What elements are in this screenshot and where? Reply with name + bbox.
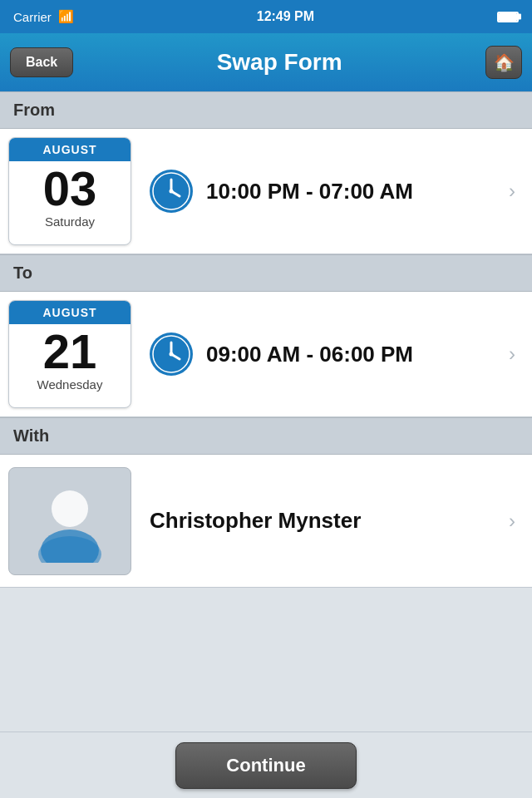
status-left: Carrier 📶 bbox=[13, 9, 74, 24]
status-time: 12:49 PM bbox=[257, 9, 314, 24]
with-chevron: › bbox=[509, 510, 522, 533]
with-row-content: Christopher Mynster › bbox=[140, 508, 532, 534]
from-row-content: 10:00 PM - 07:00 AM › bbox=[140, 170, 532, 213]
from-section-header: From bbox=[0, 91, 532, 129]
nav-bar: Back Swap Form 🏠 bbox=[0, 33, 532, 91]
svg-point-9 bbox=[170, 352, 174, 357]
carrier-label: Carrier bbox=[13, 10, 52, 24]
to-row[interactable]: AUGUST 21 Wednesday 09:00 AM - 06:00 PM … bbox=[0, 292, 532, 417]
page-title: Swap Form bbox=[73, 49, 485, 76]
with-section-header: With bbox=[0, 417, 532, 455]
from-weekday: Saturday bbox=[9, 214, 131, 235]
from-row[interactable]: AUGUST 03 Saturday 10:00 PM - 07:00 AM › bbox=[0, 129, 532, 254]
to-section-header: To bbox=[0, 254, 532, 292]
from-day: 03 bbox=[9, 161, 131, 214]
person-name: Christopher Mynster bbox=[150, 508, 495, 534]
svg-point-4 bbox=[170, 190, 174, 194]
to-time-range: 09:00 AM - 06:00 PM bbox=[206, 342, 495, 367]
home-button[interactable]: 🏠 bbox=[485, 46, 522, 79]
to-month: AUGUST bbox=[9, 301, 131, 324]
status-right bbox=[497, 12, 519, 22]
from-time-range: 10:00 PM - 07:00 AM bbox=[206, 179, 495, 204]
status-bar: Carrier 📶 12:49 PM bbox=[0, 0, 532, 33]
wifi-icon: 📶 bbox=[58, 9, 74, 24]
with-row[interactable]: Christopher Mynster › bbox=[0, 455, 532, 588]
from-chevron: › bbox=[509, 180, 522, 203]
clock-icon-to bbox=[150, 332, 193, 376]
clock-icon-from bbox=[150, 170, 193, 213]
from-month: AUGUST bbox=[9, 138, 131, 161]
avatar-svg bbox=[28, 480, 111, 563]
continue-button[interactable]: Continue bbox=[175, 742, 356, 789]
battery-icon bbox=[497, 12, 519, 22]
from-calendar: AUGUST 03 Saturday bbox=[8, 137, 131, 245]
to-row-content: 09:00 AM - 06:00 PM › bbox=[140, 332, 532, 376]
svg-point-10 bbox=[52, 490, 88, 527]
to-calendar: AUGUST 21 Wednesday bbox=[8, 300, 131, 408]
home-icon: 🏠 bbox=[494, 52, 515, 72]
person-avatar bbox=[8, 467, 131, 575]
back-button[interactable]: Back bbox=[10, 47, 73, 77]
footer: Continue bbox=[0, 732, 532, 798]
to-chevron: › bbox=[509, 342, 522, 366]
to-weekday: Wednesday bbox=[9, 377, 131, 398]
to-day: 21 bbox=[9, 324, 131, 377]
